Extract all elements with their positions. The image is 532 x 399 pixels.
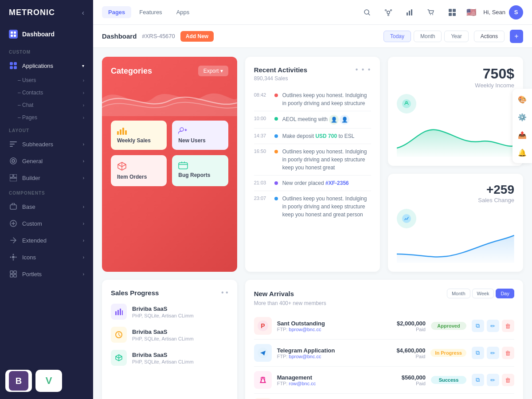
arrival-ftp-2: FTP: bprow@bnc.cc xyxy=(277,354,380,359)
copy-btn-3[interactable]: ⧉ xyxy=(472,374,484,386)
activity-item-1: 08:42 Outlines keep you honest. Indulgin… xyxy=(254,88,372,111)
sidebar-item-users[interactable]: – Users › xyxy=(18,74,93,86)
svg-rect-16 xyxy=(10,205,16,209)
arrival-period-day[interactable]: Day xyxy=(496,289,514,298)
page-title: Dashboard xyxy=(102,32,137,40)
base-arrow: › xyxy=(83,204,84,209)
copy-btn-1[interactable]: ⧉ xyxy=(472,320,484,332)
cart-icon-btn[interactable] xyxy=(424,5,438,20)
sales-change-amount: +259 xyxy=(397,183,514,197)
svg-rect-44 xyxy=(117,131,119,135)
category-item-orders[interactable]: Item Orders xyxy=(111,155,167,186)
edit-btn-3[interactable]: ✏ xyxy=(487,374,499,386)
bug-reports-label: Bug Reports xyxy=(178,172,222,178)
category-bug-reports[interactable]: Bug Reports xyxy=(172,155,228,186)
progress-item-2: Briviba SaaS PHP, SQLite, Artisan CLimm xyxy=(111,327,228,343)
builder-arrow: › xyxy=(83,176,84,180)
svg-rect-40 xyxy=(449,9,452,12)
delete-btn-1[interactable]: 🗑 xyxy=(502,320,514,332)
sidebar-item-extended[interactable]: Extended › xyxy=(0,232,93,249)
sales-progress-title: Sales Progress xyxy=(111,289,159,297)
arrival-actions-1: ⧉ ✏ 🗑 xyxy=(472,320,514,332)
section-layout-label: LAYOUT xyxy=(0,124,93,136)
activity-dot-5 xyxy=(274,181,278,185)
tab-features[interactable]: Features xyxy=(133,6,168,18)
sales-progress-menu[interactable]: • • xyxy=(221,289,228,297)
arrival-paid-2: Paid xyxy=(385,354,425,359)
delete-btn-3[interactable]: 🗑 xyxy=(502,374,514,386)
chat-arrow: › xyxy=(83,103,84,108)
arrival-period-month[interactable]: Month xyxy=(447,289,470,298)
user-menu[interactable]: Hi, Sean S xyxy=(483,5,523,20)
flag-icon[interactable]: 🇺🇸 xyxy=(466,8,476,17)
sidebar-item-portlets[interactable]: Portlets › xyxy=(0,266,93,282)
activity-time-5: 21:03 xyxy=(254,180,270,185)
edit-btn-1[interactable]: ✏ xyxy=(487,320,499,332)
add-new-button[interactable]: Add New xyxy=(180,31,214,42)
svg-point-28 xyxy=(387,11,390,14)
period-year[interactable]: Year xyxy=(444,31,468,42)
add-icon-button[interactable]: + xyxy=(510,30,523,43)
tab-apps[interactable]: Apps xyxy=(170,6,196,18)
send-icon[interactable]: 📤 xyxy=(515,128,529,142)
svg-rect-59 xyxy=(117,310,119,315)
progress-name-3: Briviba SaaS xyxy=(132,352,228,358)
settings-icon[interactable]: ⚙️ xyxy=(515,110,529,124)
sidebar-item-custom[interactable]: Custom › xyxy=(0,215,93,232)
income-icon xyxy=(397,94,416,113)
svg-text:P: P xyxy=(261,322,265,329)
categories-title: Categories xyxy=(111,66,152,76)
base-label: Base xyxy=(22,203,35,210)
delete-btn-2[interactable]: 🗑 xyxy=(502,347,514,359)
period-month[interactable]: Month xyxy=(414,31,442,42)
builder-icon xyxy=(9,173,18,182)
category-new-users[interactable]: New Users xyxy=(172,121,228,150)
topnav-tabs: Pages Features Apps xyxy=(102,6,196,18)
extended-arrow: › xyxy=(83,238,84,243)
sales-chart xyxy=(397,232,514,263)
grid-icon-btn[interactable] xyxy=(445,5,459,20)
period-today[interactable]: Today xyxy=(383,31,411,42)
status-badge-3: Success xyxy=(431,376,466,384)
applications-label: Applications xyxy=(22,63,53,69)
svg-rect-58 xyxy=(115,311,117,315)
sidebar-logo-area: METRONIC ‹ xyxy=(0,0,93,25)
sidebar-item-base[interactable]: Base › xyxy=(0,198,93,215)
period-buttons: Today Month Year xyxy=(383,31,469,42)
sidebar-dashboard-item[interactable]: Dashboard xyxy=(0,25,93,45)
collapse-button[interactable]: ‹ xyxy=(82,9,84,17)
tab-pages[interactable]: Pages xyxy=(102,6,131,18)
chart-icon-btn[interactable] xyxy=(403,5,417,20)
right-floating-icons: 🎨 ⚙️ 📤 🔔 xyxy=(512,89,532,163)
sidebar-item-pages[interactable]: – Pages › xyxy=(18,111,93,124)
dashboard-icon xyxy=(9,30,18,39)
network-icon-btn[interactable] xyxy=(381,5,395,20)
arrival-period-week[interactable]: Week xyxy=(472,289,494,298)
palette-icon[interactable]: 🎨 xyxy=(515,92,529,106)
progress-sub-3: PHP, SQLite, Artisan CLimm xyxy=(132,359,228,364)
search-icon-btn[interactable] xyxy=(360,5,374,20)
svg-point-39 xyxy=(432,14,433,15)
framework-bootstrap[interactable]: B xyxy=(5,370,32,392)
edit-btn-2[interactable]: ✏ xyxy=(487,347,499,359)
sidebar-item-icons[interactable]: Icons › xyxy=(0,249,93,266)
category-weekly-sales[interactable]: Weekly Sales xyxy=(111,121,167,150)
extended-icon xyxy=(9,236,18,245)
sidebar-item-contacts[interactable]: – Contacts › xyxy=(18,86,93,99)
sidebar-item-general[interactable]: General › xyxy=(0,153,93,169)
sidebar-item-builder[interactable]: Builder › xyxy=(0,169,93,186)
sidebar-item-chat[interactable]: – Chat › xyxy=(18,99,93,111)
general-icon xyxy=(9,156,18,165)
icons-icon xyxy=(9,253,18,262)
copy-btn-2[interactable]: ⧉ xyxy=(472,347,484,359)
sidebar-item-applications[interactable]: Applications ▾ xyxy=(0,57,93,74)
bell-icon[interactable]: 🔔 xyxy=(515,145,529,160)
sidebar-item-subheaders[interactable]: Subheaders › xyxy=(0,136,93,153)
svg-line-33 xyxy=(390,11,391,12)
svg-point-48 xyxy=(180,128,184,131)
framework-vue[interactable]: V xyxy=(35,370,62,392)
export-button[interactable]: Export ▾ xyxy=(198,66,228,76)
actions-button[interactable]: Actions xyxy=(474,31,505,42)
custom-label: Custom xyxy=(22,220,42,227)
activities-menu[interactable]: • • • xyxy=(356,66,372,74)
